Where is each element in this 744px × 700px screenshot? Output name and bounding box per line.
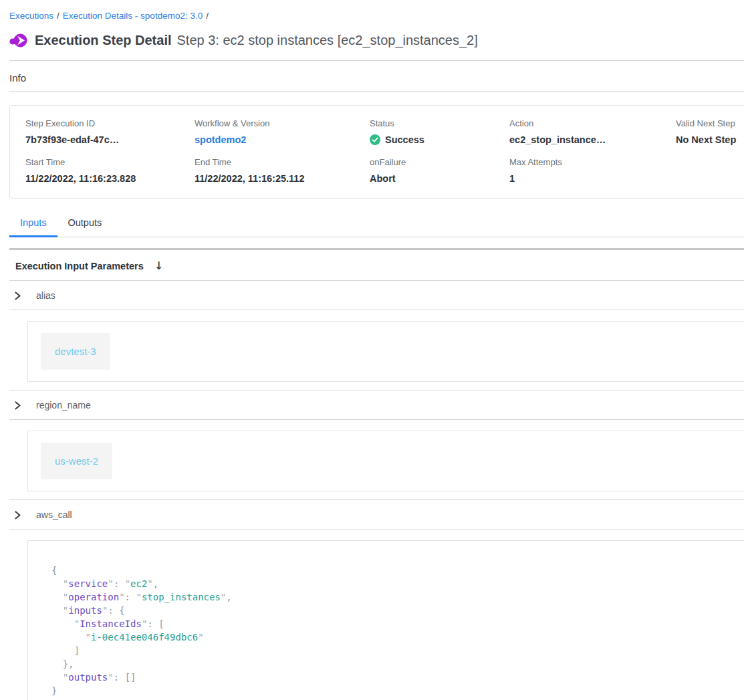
field-label: Step Execution ID [25, 118, 195, 128]
arrow-down-icon[interactable]: ↓ [154, 259, 163, 272]
page-title: Execution Step Detail [35, 33, 172, 48]
chevron-right-icon [13, 401, 22, 410]
field-value: Abort [370, 173, 509, 184]
section-header-region-name[interactable]: region_name [9, 390, 744, 420]
field-label: Status [370, 118, 509, 128]
json-code-block: { "service": "ec2", "operation": "stop_i… [51, 564, 744, 697]
region-name-value-chip: us-west-2 [41, 443, 112, 479]
alias-value-chip: devtest-3 [41, 333, 110, 370]
field-value: 1 [509, 173, 676, 184]
chevron-right-icon [13, 511, 22, 519]
section-header-aws-call[interactable]: aws_call [9, 500, 744, 530]
success-check-icon [370, 134, 380, 145]
field-value: ec2_stop_instance… [509, 134, 676, 145]
field-end-time: End Time 11/22/2022, 11:16:25.112 [195, 157, 370, 184]
execution-input-parameters-header: Execution Input Parameters ↓ [9, 250, 744, 281]
field-label: End Time [195, 157, 370, 167]
status-text: Success [385, 134, 424, 145]
field-label: Max Attempts [509, 157, 676, 167]
section-label: region_name [36, 400, 91, 411]
field-label: Valid Next Step [676, 118, 744, 128]
tab-inputs[interactable]: Inputs [9, 213, 57, 237]
field-onfailure: onFailure Abort [370, 157, 509, 184]
section-label: aws_call [36, 509, 72, 520]
field-valid-next-step: Valid Next Step No Next Step [676, 118, 744, 145]
breadcrumb-link-execution-details[interactable]: Execution Details - spotdemo2: 3.0 [63, 11, 203, 21]
aws-call-code-panel: { "service": "ec2", "operation": "stop_i… [27, 540, 744, 700]
field-value: No Next Step [676, 134, 744, 145]
workflow-link[interactable]: spotdemo2 [195, 134, 246, 145]
breadcrumb-separator: / [206, 11, 209, 21]
tab-outputs[interactable]: Outputs [57, 213, 113, 237]
field-value: 7b73f93e-edaf-47c… [25, 134, 195, 145]
app-logo-icon [9, 31, 27, 49]
field-max-attempts: Max Attempts 1 [509, 157, 676, 184]
field-label: onFailure [370, 157, 509, 167]
breadcrumb: Executions/Execution Details - spotdemo2… [9, 11, 744, 21]
breadcrumb-link-executions[interactable]: Executions [9, 11, 53, 21]
step-info-card: Step Execution ID 7b73f93e-edaf-47c… Wor… [9, 105, 744, 199]
alias-value-panel: devtest-3 [27, 321, 744, 382]
field-label: Workflow & Version [195, 118, 370, 128]
region-name-value-panel: us-west-2 [27, 431, 744, 491]
breadcrumb-separator: / [57, 11, 59, 21]
field-step-execution-id: Step Execution ID 7b73f93e-edaf-47c… [25, 118, 195, 145]
field-start-time: Start Time 11/22/2022, 11:16:23.828 [25, 157, 195, 184]
inputs-outputs-tabs: Inputs Outputs [9, 213, 744, 237]
field-status: Status Success [370, 118, 509, 145]
field-action: Action ec2_stop_instance… [509, 118, 676, 145]
field-value: 11/22/2022, 11:16:25.112 [195, 173, 370, 184]
title-divider [9, 60, 744, 61]
execution-step-detail-page: Executions/Execution Details - spotdemo2… [0, 0, 744, 700]
info-heading: Info [9, 72, 744, 92]
page-title-row: Execution Step Detail Step 3: ec2 stop i… [9, 31, 744, 49]
chevron-right-icon [13, 291, 22, 300]
field-workflow-version: Workflow & Version spotdemo2 [195, 118, 370, 145]
field-value: 11/22/2022, 11:16:23.828 [25, 173, 195, 184]
page-subtitle: Step 3: ec2 stop instances [ec2_stop_ins… [177, 33, 478, 48]
parameters-title: Execution Input Parameters [15, 261, 144, 271]
section-header-alias[interactable]: alias [9, 281, 744, 310]
section-label: alias [36, 290, 55, 301]
field-label: Start Time [25, 157, 195, 167]
field-label: Action [509, 118, 676, 128]
